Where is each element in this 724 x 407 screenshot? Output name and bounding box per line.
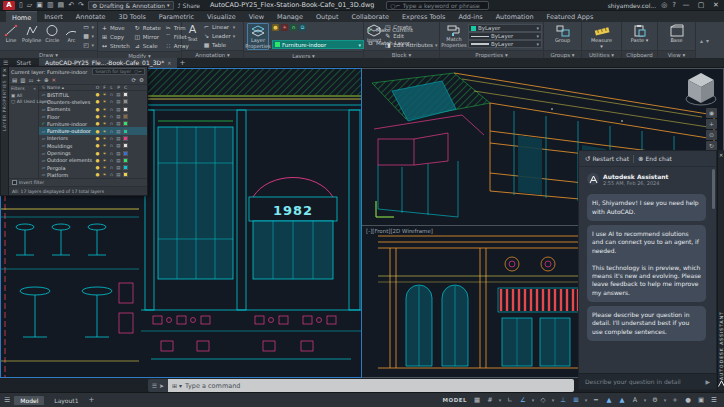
layer-lock-icon[interactable]: ∩ [108, 92, 115, 97]
filter-all-used[interactable]: ▢ All Used Layers [11, 99, 36, 104]
layer-freeze-icon[interactable]: ☀ [101, 114, 108, 119]
undo-icon[interactable]: ↶ [68, 1, 74, 10]
layer-lock-icon[interactable]: ∩ [108, 172, 115, 177]
layer-lock-icon[interactable]: ∩ [108, 99, 115, 104]
layer-plot-icon[interactable]: ▤ [115, 136, 122, 141]
ribbon-tab-visualize[interactable]: Visualize [201, 11, 242, 22]
layer-color-swatch[interactable] [123, 172, 128, 177]
layer-lock-icon[interactable]: ∩ [108, 107, 115, 112]
layer-lock-icon[interactable]: ∩ [108, 136, 115, 141]
polar-flyout-icon[interactable]: ▾ [530, 395, 536, 406]
layer-lock-icon[interactable]: ∩ [108, 114, 115, 119]
ribbon-tab-view[interactable]: View [243, 11, 270, 22]
scale-flyout-icon[interactable]: ▾ [642, 395, 648, 406]
layer-freeze-icon[interactable]: ☀ [101, 136, 108, 141]
layer-search-input[interactable] [95, 69, 133, 74]
customization-icon[interactable]: ☰ [708, 395, 720, 406]
layer-row-interiors[interactable]: ▱Interiors●☀∩▤ [39, 135, 147, 142]
layer-plot-icon[interactable]: ▤ [115, 121, 122, 126]
table-button[interactable]: ▦Table [203, 41, 235, 49]
annotation-monitor-icon[interactable]: + [669, 395, 681, 406]
filter-all[interactable]: ▣ All [11, 93, 36, 98]
layer-row-openings[interactable]: ▱Openings●☀∩▤ [39, 149, 147, 156]
annotation-scale-icon[interactable]: A [629, 395, 641, 406]
delete-layer-icon[interactable]: ✕ [52, 77, 57, 83]
palette-autohide-icon[interactable]: ⇤ [2, 73, 6, 78]
rectangle-tool-icon[interactable]: ▭▾ [82, 23, 94, 31]
layer-freeze-icon[interactable]: ☀ [101, 129, 108, 134]
new-layer-icon[interactable]: + [36, 77, 41, 83]
app-menu-button[interactable]: A [3, 1, 15, 10]
linetype-dropdown[interactable]: ByLayer▾ [468, 32, 542, 40]
model-space-badge[interactable]: MODEL [443, 397, 467, 403]
new-vp-layer-icon[interactable]: ⊕ [44, 77, 49, 83]
layer-plot-icon[interactable]: ▤ [115, 92, 122, 97]
layer-lock-icon[interactable]: ∩ [108, 143, 115, 148]
command-line-grip[interactable]: ☰ ➤ [148, 379, 168, 392]
workspace-gear-icon[interactable]: ⚙ [649, 395, 661, 406]
file-tabs-menu-icon[interactable]: ☰ [3, 59, 8, 66]
ribbon-tab-3d-tools[interactable]: 3D Tools [113, 11, 152, 22]
assistant-side-tab[interactable]: ✕ AUTODESK ASSISTANT [717, 150, 724, 390]
assistant-scrollbar[interactable] [712, 169, 715, 209]
layer-plot-icon[interactable]: ▤ [115, 143, 122, 148]
help-icon[interactable]: ? [672, 1, 676, 10]
layer-freeze-icon[interactable]: ☀ [101, 165, 108, 170]
layer-color-swatch[interactable] [123, 151, 128, 156]
ribbon-tab-collaborate[interactable]: Collaborate [346, 11, 395, 22]
layer-plot-icon[interactable]: ▤ [115, 165, 122, 170]
layer-row-counters-shelves[interactable]: ▱Counters-shelves●☀∩▤ [39, 98, 147, 105]
layer-plot-icon[interactable]: ▤ [115, 114, 122, 119]
share-button[interactable]: ⤴ Share [178, 2, 200, 9]
close-tab-icon[interactable]: ✕ [167, 59, 171, 67]
isodraft-flyout-icon[interactable]: ▾ [550, 395, 556, 406]
scale-button[interactable]: ⊿Scale [134, 41, 161, 50]
layer-freeze-icon[interactable]: ☀ [101, 121, 108, 126]
layer-color-swatch[interactable] [123, 136, 128, 141]
layer-freeze-icon[interactable]: ☀ [101, 158, 108, 163]
layer-properties-button[interactable]: LayerProperties [247, 23, 269, 50]
signed-in-user[interactable]: shiyamdev.col... [608, 2, 657, 9]
end-chat-button[interactable]: ⊗ End chat [638, 155, 672, 163]
save-icon[interactable]: ▣ [36, 1, 43, 10]
layer-color-swatch[interactable] [123, 165, 128, 170]
search-input[interactable] [403, 2, 485, 9]
isolate-objects-icon[interactable]: ● [682, 395, 694, 406]
pan-icon[interactable]: + [706, 119, 717, 129]
full-navigation-wheel-icon[interactable]: ◉ [706, 108, 717, 118]
layer-color-swatch[interactable] [123, 92, 128, 97]
grid-icon[interactable]: ▦ [471, 395, 483, 406]
refresh-icon[interactable]: ⟳ [131, 77, 136, 83]
layer-search-box[interactable]: ○⌐ [92, 68, 145, 75]
layer-plot-icon[interactable]: ▤ [115, 158, 122, 163]
panel-label-view[interactable]: View ▾ [658, 50, 695, 58]
layer-on-icon[interactable]: ● [94, 158, 101, 163]
ribbon-tab-home[interactable]: Home [6, 11, 37, 22]
layer-row-furniture-indoor[interactable]: ✓Furniture-indoor●☀∩▤ [39, 120, 147, 127]
text-button[interactable]: A Text [185, 23, 200, 49]
layer-freeze-icon[interactable]: ☀ [101, 107, 108, 112]
layer-freeze-tool-icon[interactable]: ☀ [281, 24, 288, 31]
property-filter-icon[interactable]: ▤ [12, 77, 17, 83]
plot-icon[interactable]: ▤ [58, 1, 65, 10]
match-properties-button[interactable]: MatchProperties [443, 23, 465, 49]
layer-color-swatch[interactable] [123, 129, 128, 134]
circle-button[interactable]: Circle [44, 23, 60, 49]
command-input-field[interactable]: ⊞ ▾ [168, 379, 574, 392]
layer-freeze-icon[interactable]: ☀ [101, 151, 108, 156]
layer-on-icon[interactable]: ● [94, 114, 101, 119]
layer-match-tool-icon[interactable]: ⧉ [299, 24, 306, 31]
isodraft-icon[interactable]: ◇ [537, 395, 549, 406]
open-icon[interactable]: ▱ [27, 1, 32, 10]
layer-row-outdoor-elements[interactable]: ▱Outdoor elements●☀∩▤ [39, 157, 147, 164]
close-button[interactable]: ✕ [711, 1, 721, 9]
copy-button[interactable]: ⊞Copy [101, 32, 130, 41]
osnap-flyout-icon[interactable]: ▾ [583, 395, 589, 406]
insert-block-button[interactable]: Insert [367, 23, 381, 49]
lineweight-dropdown[interactable]: ByLayer▾ [468, 40, 542, 48]
move-button[interactable]: +Move [101, 23, 130, 32]
command-input[interactable] [185, 382, 570, 390]
layer-plot-icon[interactable]: ▤ [115, 129, 122, 134]
layout1-tab[interactable]: Layout1 [48, 396, 84, 405]
layer-row-furniture-outdoor[interactable]: ▱Furniture-outdoor●☀∩▤ [39, 127, 147, 134]
